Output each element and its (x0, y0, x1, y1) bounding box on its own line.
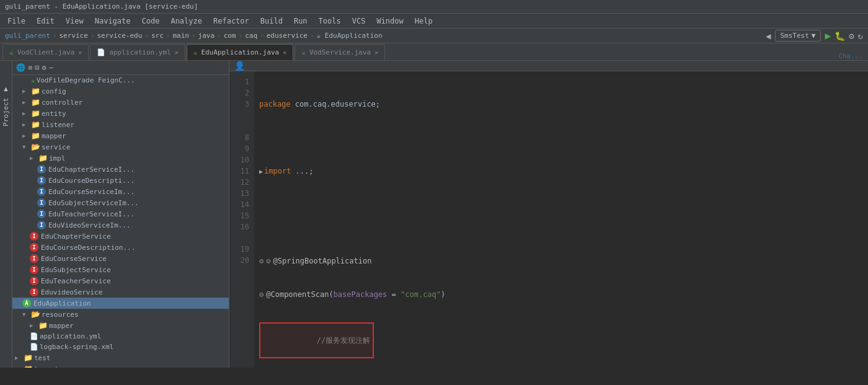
sidebar-icon-lines[interactable]: ≡ (28, 63, 32, 72)
tree-logback-xml[interactable]: 📄 logback-spring.xml (12, 342, 229, 352)
code-content[interactable]: package com.caq.eduservice; ▶ import ...… (254, 71, 868, 368)
tree-educourseservice[interactable]: I EduCourseService (12, 253, 229, 264)
tab-label: VodClient.java (17, 48, 75, 56)
folder-icon: 📂 (31, 310, 40, 319)
tree-target[interactable]: ▶ 📁 target (12, 363, 229, 368)
bc-eduapp[interactable]: ☕ EduApplication (317, 32, 383, 40)
menu-file[interactable]: File (2, 15, 30, 27)
sidebar-icon-collapse[interactable]: ⊟ (35, 63, 39, 72)
tree-eduteacherservice[interactable]: I EduTeacherService (12, 275, 229, 286)
tree-educhapterservice[interactable]: I EduChapterService (12, 231, 229, 242)
tab-vodservice[interactable]: ☕ VodService.java ✕ (294, 44, 385, 60)
bc-service[interactable]: service (59, 32, 87, 40)
editor[interactable]: 👤 1 2 3 8 9 10 11 12 13 14 15 16 19 20 (229, 61, 868, 368)
badge-red: I (30, 254, 38, 263)
menu-navigate[interactable]: Navigate (90, 15, 136, 27)
project-tab-label[interactable]: Project ▼ (2, 86, 10, 126)
tree-educourseserviceim[interactable]: I EduCourseServiceIm... (12, 186, 229, 197)
tab-vodclient[interactable]: ☕ VodClient.java ✕ (2, 44, 89, 60)
bc-java[interactable]: java (198, 32, 215, 40)
tab-close[interactable]: ✕ (283, 49, 286, 56)
tree-controller[interactable]: ▶ 📁 controller (12, 97, 229, 108)
badge-blue: I (37, 198, 46, 207)
tab-eduapplication[interactable]: ☕ EduApplication.java ✕ (187, 44, 294, 60)
tree-service[interactable]: ▼ 📂 service (12, 141, 229, 153)
menu-analyze[interactable]: Analyze (166, 15, 207, 27)
tree-eduapplication[interactable]: A EduApplication (12, 298, 229, 309)
tree-eduvideoserviceim[interactable]: I EduVideoServiceIm... (12, 219, 229, 231)
menu-edit[interactable]: Edit (32, 15, 60, 27)
tab-application-yml[interactable]: 📄 application.yml ✕ (90, 44, 185, 60)
bc-project[interactable]: guli_parent (5, 32, 50, 40)
folder-icon: 📁 (31, 120, 40, 129)
menu-help[interactable]: Help (410, 15, 438, 27)
tree-label: impl (49, 154, 66, 162)
bc-main[interactable]: main (172, 32, 189, 40)
bc-caq[interactable]: caq (245, 32, 257, 40)
tree-resources-mapper[interactable]: ▶ 📁 mapper (12, 320, 229, 331)
tab-close[interactable]: ✕ (374, 49, 378, 56)
tree-eduvideoservice[interactable]: I EduvideoService (12, 286, 229, 298)
run-config-selector[interactable]: SmsTest ▼ (775, 30, 822, 42)
nav-back-icon[interactable]: ◀ (766, 31, 771, 41)
fold-arrow[interactable]: ▶ (259, 166, 263, 177)
tree-educhapterservicei[interactable]: I EduChapterServiceI... (12, 164, 229, 175)
tree-label: resources (42, 311, 79, 319)
arrow-icon: ▶ (22, 122, 30, 128)
debug-icon[interactable]: 🐛 (835, 31, 845, 41)
tree-edusubjectserviceim[interactable]: I EduSubjectServiceIm... (12, 197, 229, 208)
menu-window[interactable]: Window (371, 15, 408, 27)
menu-tools[interactable]: Tools (314, 15, 346, 27)
menu-code[interactable]: Code (137, 15, 165, 27)
run-button[interactable]: ▶ (825, 30, 831, 42)
tree-eduteacherservicei[interactable]: I EduTeacherServiceI... (12, 208, 229, 219)
sidebar: 🌐 ≡ ⊟ ⚙ − ☕ VodFileDegrade FeignC... ▶ 📁… (12, 61, 229, 368)
badge-red: I (30, 288, 38, 296)
bc-eduservice[interactable]: eduservice (267, 32, 308, 40)
line-numbers: 1 2 3 8 9 10 11 12 13 14 15 16 19 20 (229, 71, 254, 368)
reload-icon[interactable]: ↻ (858, 31, 863, 41)
tree-application-yml[interactable]: 📄 application.yml (12, 331, 229, 342)
tab-close[interactable]: ✕ (175, 49, 179, 56)
folder-icon: 📁 (31, 131, 40, 140)
tree-label: EduSubjectService (41, 266, 111, 274)
menu-run[interactable]: Run (289, 15, 312, 27)
tree-test[interactable]: ▶ 📁 test (12, 352, 229, 363)
tree-entity[interactable]: ▶ 📁 entity (12, 108, 229, 119)
sidebar-icon-globe[interactable]: 🌐 (16, 63, 25, 72)
tree-label: EduApplication (33, 299, 91, 308)
tree-listener[interactable]: ▶ 📁 listener (12, 119, 229, 130)
tree-educoursedescription[interactable]: I EduCourseDescription... (12, 242, 229, 253)
arrow-icon: ▶ (22, 88, 30, 94)
tree-edusubjectservice[interactable]: I EduSubjectService (12, 264, 229, 275)
menu-refactor[interactable]: Refactor (208, 15, 254, 27)
menu-view[interactable]: View (61, 15, 89, 27)
tree-label: mapper (42, 132, 66, 140)
breadcrumb: guli_parent › service › service-edu › sr… (0, 29, 868, 43)
tree-educoursedescripti[interactable]: I EduCourseDescripti... (12, 175, 229, 186)
badge-red: I (30, 265, 38, 274)
code-line-11: //服务发现注解 (259, 322, 868, 358)
bc-com[interactable]: com (224, 32, 236, 40)
tree-resources[interactable]: ▼ 📂 resources (12, 309, 229, 320)
bc-service-edu[interactable]: service-edu (97, 32, 142, 40)
bc-src[interactable]: src (151, 32, 164, 40)
badge-green: A (22, 299, 31, 308)
tree-vodfile[interactable]: ☕ VodFileDegrade FeignC... (12, 75, 229, 86)
settings-icon[interactable]: ⚙ (849, 31, 854, 41)
arrow-icon: ▶ (30, 322, 37, 329)
tree-impl[interactable]: ▶ 📁 impl (12, 153, 229, 164)
badge-blue: I (37, 210, 46, 218)
menu-vcs[interactable]: VCS (347, 15, 371, 27)
chat-label[interactable]: Cha... (838, 52, 863, 60)
tree-config[interactable]: ▶ 📁 config (12, 86, 229, 97)
tree-mapper[interactable]: ▶ 📁 mapper (12, 130, 229, 141)
red-highlight-box: //服务发现注解 (259, 322, 374, 358)
tree-label: logback-spring.xml (40, 343, 113, 351)
sidebar-icon-close[interactable]: − (49, 63, 53, 72)
project-tab-vertical[interactable]: Project ▼ (0, 61, 12, 368)
menu-build[interactable]: Build (255, 15, 288, 27)
tab-close[interactable]: ✕ (78, 49, 82, 56)
sidebar-icon-settings[interactable]: ⚙ (42, 63, 46, 72)
sidebar-header: 🌐 ≡ ⊟ ⚙ − (12, 61, 229, 75)
